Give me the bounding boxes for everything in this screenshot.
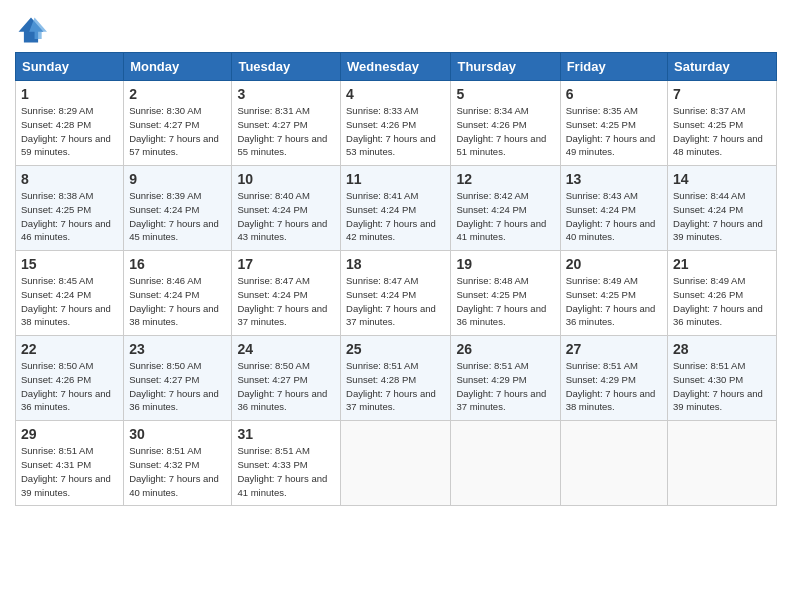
day-number: 3 — [237, 86, 335, 102]
logo-icon — [15, 14, 47, 46]
calendar-cell: 26 Sunrise: 8:51 AMSunset: 4:29 PMDaylig… — [451, 336, 560, 421]
calendar-week-row: 29 Sunrise: 8:51 AMSunset: 4:31 PMDaylig… — [16, 421, 777, 506]
day-info: Sunrise: 8:51 AMSunset: 4:30 PMDaylight:… — [673, 359, 771, 414]
day-number: 17 — [237, 256, 335, 272]
day-info: Sunrise: 8:51 AMSunset: 4:28 PMDaylight:… — [346, 359, 445, 414]
day-number: 5 — [456, 86, 554, 102]
day-number: 13 — [566, 171, 662, 187]
day-number: 10 — [237, 171, 335, 187]
calendar-cell: 20 Sunrise: 8:49 AMSunset: 4:25 PMDaylig… — [560, 251, 667, 336]
day-info: Sunrise: 8:37 AMSunset: 4:25 PMDaylight:… — [673, 104, 771, 159]
day-info: Sunrise: 8:33 AMSunset: 4:26 PMDaylight:… — [346, 104, 445, 159]
day-info: Sunrise: 8:34 AMSunset: 4:26 PMDaylight:… — [456, 104, 554, 159]
calendar-cell: 23 Sunrise: 8:50 AMSunset: 4:27 PMDaylig… — [124, 336, 232, 421]
day-info: Sunrise: 8:50 AMSunset: 4:27 PMDaylight:… — [129, 359, 226, 414]
calendar-cell: 15 Sunrise: 8:45 AMSunset: 4:24 PMDaylig… — [16, 251, 124, 336]
calendar-header: SundayMondayTuesdayWednesdayThursdayFrid… — [16, 53, 777, 81]
day-info: Sunrise: 8:30 AMSunset: 4:27 PMDaylight:… — [129, 104, 226, 159]
day-info: Sunrise: 8:45 AMSunset: 4:24 PMDaylight:… — [21, 274, 118, 329]
day-number: 7 — [673, 86, 771, 102]
calendar-cell: 19 Sunrise: 8:48 AMSunset: 4:25 PMDaylig… — [451, 251, 560, 336]
day-info: Sunrise: 8:46 AMSunset: 4:24 PMDaylight:… — [129, 274, 226, 329]
day-number: 14 — [673, 171, 771, 187]
day-number: 31 — [237, 426, 335, 442]
day-info: Sunrise: 8:39 AMSunset: 4:24 PMDaylight:… — [129, 189, 226, 244]
calendar-cell: 4 Sunrise: 8:33 AMSunset: 4:26 PMDayligh… — [341, 81, 451, 166]
calendar-cell: 27 Sunrise: 8:51 AMSunset: 4:29 PMDaylig… — [560, 336, 667, 421]
day-number: 28 — [673, 341, 771, 357]
calendar-cell: 3 Sunrise: 8:31 AMSunset: 4:27 PMDayligh… — [232, 81, 341, 166]
calendar-cell: 5 Sunrise: 8:34 AMSunset: 4:26 PMDayligh… — [451, 81, 560, 166]
weekday-header-tuesday: Tuesday — [232, 53, 341, 81]
day-info: Sunrise: 8:51 AMSunset: 4:31 PMDaylight:… — [21, 444, 118, 499]
day-number: 2 — [129, 86, 226, 102]
day-number: 21 — [673, 256, 771, 272]
calendar-cell: 10 Sunrise: 8:40 AMSunset: 4:24 PMDaylig… — [232, 166, 341, 251]
day-number: 15 — [21, 256, 118, 272]
calendar-body: 1 Sunrise: 8:29 AMSunset: 4:28 PMDayligh… — [16, 81, 777, 506]
calendar-cell: 14 Sunrise: 8:44 AMSunset: 4:24 PMDaylig… — [668, 166, 777, 251]
day-number: 24 — [237, 341, 335, 357]
calendar-cell — [668, 421, 777, 506]
day-info: Sunrise: 8:41 AMSunset: 4:24 PMDaylight:… — [346, 189, 445, 244]
calendar-cell: 21 Sunrise: 8:49 AMSunset: 4:26 PMDaylig… — [668, 251, 777, 336]
day-number: 20 — [566, 256, 662, 272]
day-number: 6 — [566, 86, 662, 102]
calendar-week-row: 22 Sunrise: 8:50 AMSunset: 4:26 PMDaylig… — [16, 336, 777, 421]
day-number: 29 — [21, 426, 118, 442]
day-number: 25 — [346, 341, 445, 357]
calendar-cell: 12 Sunrise: 8:42 AMSunset: 4:24 PMDaylig… — [451, 166, 560, 251]
calendar-cell: 7 Sunrise: 8:37 AMSunset: 4:25 PMDayligh… — [668, 81, 777, 166]
weekday-header-sunday: Sunday — [16, 53, 124, 81]
day-number: 19 — [456, 256, 554, 272]
day-info: Sunrise: 8:51 AMSunset: 4:29 PMDaylight:… — [456, 359, 554, 414]
logo — [15, 14, 51, 46]
weekday-header-friday: Friday — [560, 53, 667, 81]
calendar-cell: 9 Sunrise: 8:39 AMSunset: 4:24 PMDayligh… — [124, 166, 232, 251]
calendar-week-row: 1 Sunrise: 8:29 AMSunset: 4:28 PMDayligh… — [16, 81, 777, 166]
weekday-header-saturday: Saturday — [668, 53, 777, 81]
day-number: 26 — [456, 341, 554, 357]
weekday-row: SundayMondayTuesdayWednesdayThursdayFrid… — [16, 53, 777, 81]
day-info: Sunrise: 8:43 AMSunset: 4:24 PMDaylight:… — [566, 189, 662, 244]
day-info: Sunrise: 8:49 AMSunset: 4:25 PMDaylight:… — [566, 274, 662, 329]
day-number: 27 — [566, 341, 662, 357]
calendar-cell: 1 Sunrise: 8:29 AMSunset: 4:28 PMDayligh… — [16, 81, 124, 166]
day-info: Sunrise: 8:47 AMSunset: 4:24 PMDaylight:… — [237, 274, 335, 329]
day-info: Sunrise: 8:51 AMSunset: 4:33 PMDaylight:… — [237, 444, 335, 499]
weekday-header-wednesday: Wednesday — [341, 53, 451, 81]
day-number: 30 — [129, 426, 226, 442]
calendar-cell: 17 Sunrise: 8:47 AMSunset: 4:24 PMDaylig… — [232, 251, 341, 336]
day-number: 11 — [346, 171, 445, 187]
calendar-cell: 24 Sunrise: 8:50 AMSunset: 4:27 PMDaylig… — [232, 336, 341, 421]
day-info: Sunrise: 8:29 AMSunset: 4:28 PMDaylight:… — [21, 104, 118, 159]
day-info: Sunrise: 8:50 AMSunset: 4:27 PMDaylight:… — [237, 359, 335, 414]
day-info: Sunrise: 8:38 AMSunset: 4:25 PMDaylight:… — [21, 189, 118, 244]
weekday-header-thursday: Thursday — [451, 53, 560, 81]
day-info: Sunrise: 8:35 AMSunset: 4:25 PMDaylight:… — [566, 104, 662, 159]
calendar-cell: 8 Sunrise: 8:38 AMSunset: 4:25 PMDayligh… — [16, 166, 124, 251]
day-info: Sunrise: 8:50 AMSunset: 4:26 PMDaylight:… — [21, 359, 118, 414]
calendar-cell: 6 Sunrise: 8:35 AMSunset: 4:25 PMDayligh… — [560, 81, 667, 166]
calendar-cell: 28 Sunrise: 8:51 AMSunset: 4:30 PMDaylig… — [668, 336, 777, 421]
calendar-cell: 29 Sunrise: 8:51 AMSunset: 4:31 PMDaylig… — [16, 421, 124, 506]
calendar-cell: 18 Sunrise: 8:47 AMSunset: 4:24 PMDaylig… — [341, 251, 451, 336]
calendar-cell: 2 Sunrise: 8:30 AMSunset: 4:27 PMDayligh… — [124, 81, 232, 166]
calendar-week-row: 15 Sunrise: 8:45 AMSunset: 4:24 PMDaylig… — [16, 251, 777, 336]
day-info: Sunrise: 8:47 AMSunset: 4:24 PMDaylight:… — [346, 274, 445, 329]
calendar-cell — [341, 421, 451, 506]
calendar-cell: 31 Sunrise: 8:51 AMSunset: 4:33 PMDaylig… — [232, 421, 341, 506]
day-number: 4 — [346, 86, 445, 102]
calendar-cell: 22 Sunrise: 8:50 AMSunset: 4:26 PMDaylig… — [16, 336, 124, 421]
calendar-cell — [560, 421, 667, 506]
calendar-cell: 13 Sunrise: 8:43 AMSunset: 4:24 PMDaylig… — [560, 166, 667, 251]
day-info: Sunrise: 8:31 AMSunset: 4:27 PMDaylight:… — [237, 104, 335, 159]
day-info: Sunrise: 8:44 AMSunset: 4:24 PMDaylight:… — [673, 189, 771, 244]
day-number: 8 — [21, 171, 118, 187]
day-number: 23 — [129, 341, 226, 357]
day-number: 18 — [346, 256, 445, 272]
day-number: 16 — [129, 256, 226, 272]
calendar-table: SundayMondayTuesdayWednesdayThursdayFrid… — [15, 52, 777, 506]
day-info: Sunrise: 8:42 AMSunset: 4:24 PMDaylight:… — [456, 189, 554, 244]
day-info: Sunrise: 8:51 AMSunset: 4:29 PMDaylight:… — [566, 359, 662, 414]
